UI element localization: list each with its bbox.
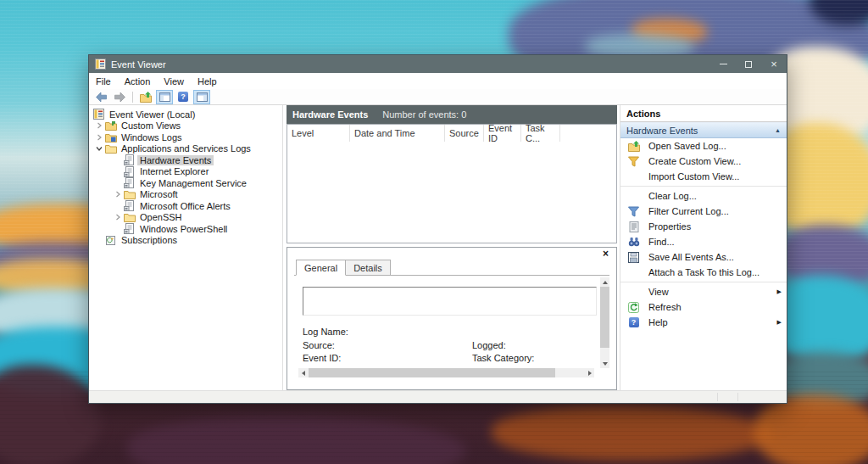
column-header-date-and-time[interactable]: Date and Time	[350, 125, 445, 142]
menu-action[interactable]: Action	[118, 76, 158, 87]
title-bar[interactable]: Event Viewer ×	[89, 55, 787, 73]
actions-section-hardware-events[interactable]: Hardware Events ▲	[620, 122, 787, 138]
tree-item-custom-views[interactable]: Custom Views	[89, 120, 282, 132]
scroll-down-button[interactable]	[600, 359, 609, 368]
scroll-right-button[interactable]	[585, 368, 594, 377]
tree-item-label: Internet Explorer	[137, 166, 211, 176]
actions-pane: Actions Hardware Events ▲ Open Saved Log…	[620, 105, 787, 390]
up-arrow-icon	[603, 281, 608, 284]
tree-item-windows-logs[interactable]: Windows Logs	[89, 131, 282, 143]
action-label: Create Custom View...	[648, 156, 787, 166]
collapse-arrow-icon[interactable]: ▲	[775, 127, 781, 133]
save-icon	[627, 251, 640, 263]
actions-section-label: Hardware Events	[626, 126, 775, 136]
tree-item-subscriptions[interactable]: Subscriptions	[89, 235, 282, 247]
tree-item-hardware-events[interactable]: Hardware Events	[89, 154, 282, 166]
tree-item-windows-powershell[interactable]: Windows PowerShell	[89, 223, 282, 235]
action-help[interactable]: ? Help ▶	[620, 315, 787, 330]
tree-item-label: Microsoft Office Alerts	[137, 201, 233, 211]
action-clear-log[interactable]: Clear Log...	[620, 188, 787, 204]
subscriptions-icon	[105, 235, 119, 246]
folder-up-arrow-icon	[140, 92, 152, 103]
down-arrow-icon	[603, 362, 608, 366]
event-viewer-app-icon	[95, 59, 106, 70]
column-header-event-id[interactable]: Event ID	[484, 125, 521, 142]
filter-icon	[627, 205, 640, 217]
properties-icon	[627, 221, 640, 232]
show-console-tree-button[interactable]	[156, 90, 173, 104]
actions-pane-title: Actions	[620, 105, 787, 122]
column-header-task-category[interactable]: Task C...	[521, 125, 560, 142]
minimize-button[interactable]	[710, 55, 736, 73]
action-create-custom-view[interactable]: Create Custom View...	[620, 154, 787, 169]
field-source: Source:	[303, 340, 335, 350]
toolbar: ?	[89, 89, 787, 105]
help-button[interactable]: ?	[175, 90, 192, 104]
preview-pane: × General Details Log Name: Source: Even…	[287, 247, 617, 390]
action-refresh[interactable]: Refresh	[620, 299, 787, 315]
chevron-down-icon[interactable]	[93, 145, 105, 152]
up-one-level-button[interactable]	[137, 90, 154, 104]
tree-item-applications-and-services-logs[interactable]: Applications and Services Logs	[89, 143, 282, 155]
vertical-scrollbar[interactable]	[600, 277, 609, 368]
action-label: View	[648, 287, 777, 297]
right-arrow-icon	[588, 371, 592, 376]
horizontal-scroll-track[interactable]	[308, 368, 585, 377]
tree-item-microsoft-office-alerts[interactable]: Microsoft Office Alerts	[89, 200, 282, 212]
action-label: Attach a Task To this Log...	[648, 267, 787, 277]
help-icon: ?	[178, 92, 188, 102]
back-button[interactable]	[92, 90, 109, 104]
status-bar	[89, 390, 787, 403]
maximize-button[interactable]	[736, 55, 761, 73]
tree-item-internet-explorer[interactable]: Internet Explorer	[89, 166, 282, 178]
window-controls: ×	[710, 55, 787, 73]
scroll-left-button[interactable]	[298, 368, 308, 377]
tab-general[interactable]: General	[296, 260, 346, 276]
tab-details[interactable]: Details	[346, 260, 391, 276]
horizontal-scroll-thumb[interactable]	[309, 368, 555, 377]
action-view[interactable]: View ▶	[620, 284, 787, 299]
actions-separator	[620, 282, 787, 282]
actions-separator	[620, 186, 787, 187]
no-icon	[627, 190, 640, 202]
event-log-icon	[124, 177, 137, 188]
tree-item-label: Custom Views	[119, 120, 183, 131]
tree-item-label: Key Management Service	[137, 178, 249, 188]
submenu-arrow-icon: ▶	[777, 319, 787, 326]
chevron-right-icon[interactable]	[93, 122, 105, 129]
tree-item-openssh[interactable]: OpenSSH	[89, 212, 282, 224]
menu-view[interactable]: View	[157, 76, 191, 87]
no-icon	[627, 266, 640, 278]
field-task-category: Task Category:	[472, 353, 534, 363]
action-properties[interactable]: Properties	[620, 219, 787, 234]
action-open-saved-log[interactable]: Open Saved Log...	[620, 138, 787, 154]
chevron-right-icon[interactable]	[93, 134, 105, 141]
action-attach-task[interactable]: Attach a Task To this Log...	[620, 265, 787, 280]
close-icon: ×	[771, 60, 777, 69]
scroll-up-button[interactable]	[600, 277, 609, 287]
folder-icon	[124, 212, 137, 222]
action-filter-current-log[interactable]: Filter Current Log...	[620, 204, 787, 219]
action-find[interactable]: Find...	[620, 234, 787, 249]
tree-item-microsoft[interactable]: Microsoft	[89, 189, 282, 201]
action-import-custom-view[interactable]: Import Custom View...	[620, 169, 787, 184]
preview-close-button[interactable]: ×	[603, 249, 609, 259]
action-save-all-events-as[interactable]: Save All Events As...	[620, 249, 787, 265]
status-bar-separator	[717, 393, 718, 401]
vertical-scroll-thumb[interactable]	[600, 287, 609, 348]
menu-file[interactable]: File	[89, 76, 118, 87]
events-panel-title: Hardware Events	[292, 109, 368, 120]
action-label: Save All Events As...	[648, 252, 787, 262]
forward-button[interactable]	[111, 90, 128, 104]
column-header-source[interactable]: Source	[445, 125, 484, 142]
column-header-level[interactable]: Level	[287, 125, 350, 142]
close-button[interactable]: ×	[761, 55, 787, 73]
tree-item-event-viewer-local[interactable]: Event Viewer (Local)	[89, 109, 282, 120]
chevron-right-icon[interactable]	[112, 191, 124, 198]
chevron-right-icon[interactable]	[112, 214, 124, 221]
menu-help[interactable]: Help	[191, 76, 224, 87]
show-action-pane-button[interactable]	[193, 90, 210, 104]
horizontal-scrollbar[interactable]	[298, 368, 594, 377]
tree-item-label: Hardware Events	[137, 155, 214, 165]
tree-item-key-management-service[interactable]: Key Management Service	[89, 177, 282, 189]
